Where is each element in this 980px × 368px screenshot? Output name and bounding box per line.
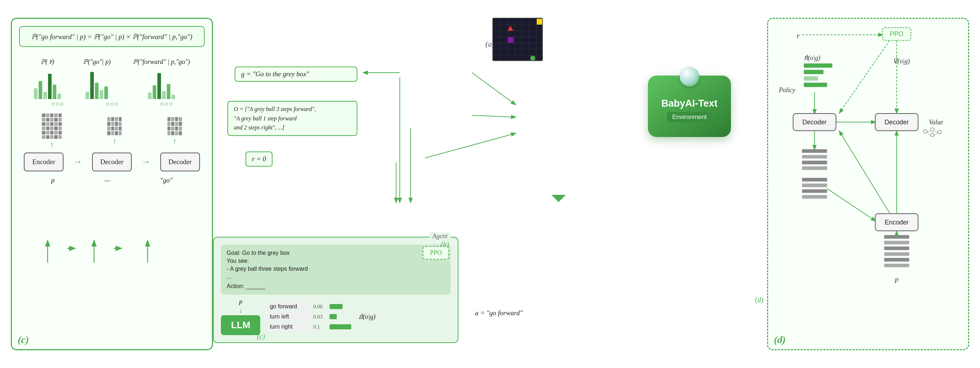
svg-rect-72 xyxy=(885,264,909,267)
svg-text:Policy: Policy xyxy=(779,86,795,94)
svg-rect-46 xyxy=(802,161,827,165)
svg-text:PPO: PPO xyxy=(890,30,904,38)
section-c-label: (c) xyxy=(18,334,29,346)
agent-prompt: Goal: Go to the grey box You see: - A gr… xyxy=(221,245,450,294)
environment-label: Environment xyxy=(667,112,711,122)
svg-rect-71 xyxy=(885,258,909,262)
svg-rect-45 xyxy=(802,155,827,159)
main-container: ℙ("go forward" | p) = ℙ("go" | p) × ℙ("f… xyxy=(0,0,980,368)
label-d-inner: (d) xyxy=(755,296,764,304)
svg-rect-38 xyxy=(804,83,827,87)
pi-og-label: π̂(o|g) xyxy=(358,313,375,321)
svg-text:Decoder: Decoder xyxy=(802,118,827,126)
minigrid-display xyxy=(492,18,543,61)
p-label-llm: p xyxy=(239,298,242,306)
turn-left-action: turn left xyxy=(267,313,311,321)
svg-text:Decoder: Decoder xyxy=(885,118,909,126)
agent-action: Action: ______ xyxy=(227,283,445,290)
prob-forward-chart: ℙ("forward" | p,"go") xyxy=(133,58,190,99)
turn-left-bar xyxy=(329,314,337,319)
prob-v-chart: ℙ(𝒱) xyxy=(34,58,61,99)
go-label-c: "go" xyxy=(160,176,173,184)
section-middle: (a) xyxy=(213,18,767,350)
svg-point-52 xyxy=(923,130,927,133)
svg-rect-37 xyxy=(804,76,818,81)
svg-marker-29 xyxy=(552,195,566,202)
turn-right-prob: 0.1 xyxy=(313,324,328,330)
formula-text: ℙ("go forward" | p) = ℙ("go" | p) × ℙ("f… xyxy=(32,33,192,40)
turn-right-action: turn right xyxy=(267,323,311,331)
svg-rect-47 xyxy=(802,166,827,170)
llm-actions: go forward 0.06 turn left 0.03 turn righ… xyxy=(267,302,351,331)
svg-rect-69 xyxy=(885,246,909,250)
prob-go-label: ℙ("go"| p) xyxy=(83,58,111,66)
svg-line-57 xyxy=(927,132,931,136)
svg-text:Value: Value xyxy=(929,118,943,126)
svg-line-79 xyxy=(827,189,875,221)
section-c: ℙ("go forward" | p) = ℙ("go" | p) × ℙ("f… xyxy=(11,18,213,350)
svg-point-53 xyxy=(931,128,934,131)
agent-container: Agent (b) Goal: Go to the grey box You s… xyxy=(213,237,458,343)
svg-rect-67 xyxy=(885,235,909,238)
decoder-box-c1: Decoder xyxy=(92,152,132,171)
agent-goal: Goal: Go to the grey box xyxy=(227,250,445,256)
svg-rect-5 xyxy=(493,18,543,61)
babyai-text-button: BabyAI-Text Environment xyxy=(648,75,731,137)
llm-section: p ↓ LLM go forward 0.06 turn left 0.03 xyxy=(221,298,450,335)
prob-go-chart: ℙ("go"| p) xyxy=(83,58,111,99)
svg-text:π̂(o|g): π̂(o|g) xyxy=(804,54,821,62)
agent-you-see: You see: xyxy=(227,258,445,264)
p-label-c: p xyxy=(51,176,55,184)
r-box: r = 0 xyxy=(245,152,272,166)
svg-line-24 xyxy=(425,133,515,158)
decoder-box-c2: Decoder xyxy=(160,152,200,171)
label-c-inner: (c) xyxy=(257,333,265,341)
svg-rect-78 xyxy=(802,195,827,198)
formula-box: ℙ("go forward" | p) = ℙ("go" | p) × ℙ("f… xyxy=(19,26,205,47)
go-forward-bar xyxy=(329,304,342,309)
svg-text:r: r xyxy=(797,32,800,40)
svg-point-54 xyxy=(931,133,934,137)
svg-text:p: p xyxy=(894,275,899,283)
agent-dots: ... xyxy=(227,274,445,280)
go-forward-prob: 0.06 xyxy=(313,304,328,310)
agent-observation: - A grey ball three steps forward xyxy=(227,266,445,272)
svg-line-22 xyxy=(472,73,515,104)
prob-forward-label: ℙ("forward" | p,"go") xyxy=(133,58,190,66)
llm-box: LLM xyxy=(221,315,260,335)
turn-right-bar xyxy=(329,324,351,329)
encoder-box-c: Encoder xyxy=(24,152,64,171)
svg-point-21 xyxy=(530,56,535,61)
o-box: O = ["A grey ball 3 steps forward","A gr… xyxy=(228,101,357,136)
svg-line-59 xyxy=(934,133,938,136)
svg-text:V̂(o|g): V̂(o|g) xyxy=(893,57,910,65)
section-d-label: (d) xyxy=(774,334,786,346)
g-box: g = "Go to the grey box" xyxy=(235,67,357,82)
svg-rect-68 xyxy=(885,241,909,244)
svg-rect-70 xyxy=(885,252,909,256)
svg-line-58 xyxy=(934,131,938,133)
svg-rect-44 xyxy=(802,149,827,153)
svg-rect-36 xyxy=(804,70,823,74)
section-d: r PPO π̂(o|g) Policy Decoder xyxy=(767,18,969,350)
svg-rect-35 xyxy=(804,63,832,67)
turn-left-prob: 0.03 xyxy=(313,314,328,320)
svg-line-56 xyxy=(927,131,931,132)
svg-line-62 xyxy=(840,40,890,113)
a-equals-label: a = "go forward" xyxy=(475,309,523,317)
svg-point-55 xyxy=(938,130,941,134)
svg-rect-77 xyxy=(802,189,827,193)
go-forward-action: go forward xyxy=(267,302,311,310)
agent-badge: Agent xyxy=(430,232,450,240)
ppo-box-agent: PPO xyxy=(423,246,449,259)
svg-rect-76 xyxy=(802,184,827,187)
svg-rect-18 xyxy=(537,19,543,25)
svg-rect-20 xyxy=(508,37,514,43)
o-text: O xyxy=(234,106,238,112)
svg-text:Encoder: Encoder xyxy=(885,219,908,226)
babyai-text-label: BabyAI-Text xyxy=(661,98,718,109)
prob-v-label: ℙ(𝒱) xyxy=(41,58,54,66)
svg-rect-75 xyxy=(802,178,827,181)
svg-line-23 xyxy=(472,115,515,117)
svg-line-66 xyxy=(840,131,890,213)
